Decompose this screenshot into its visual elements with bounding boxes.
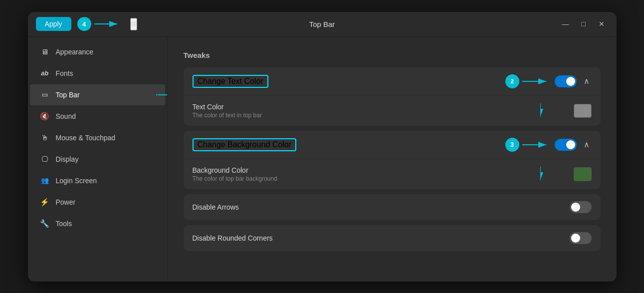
sidebar-item-power-label: Power (56, 198, 76, 206)
sidebar: 🖥 Appearance ab Fonts ▭ Top Bar 1 (28, 37, 168, 282)
text-color-subtitle: The color of text in top bar (193, 112, 262, 119)
disable-arrows-card: Disable Arrows (184, 194, 601, 220)
disable-arrows-label: Disable Arrows (193, 203, 239, 211)
text-color-card: Change Text Color 2 (184, 67, 601, 126)
annotation-2-arrow (522, 76, 550, 86)
sidebar-item-display-label: Display (56, 155, 79, 163)
section-title: Tweaks (184, 51, 601, 59)
change-bg-color-chevron[interactable]: ∧ (582, 140, 592, 149)
change-text-color-toggle[interactable] (555, 75, 577, 87)
disable-arrows-label-group: Disable Arrows (193, 203, 570, 211)
titlebar: Apply 4 ≡ Top Bar — □ ✕ (28, 12, 617, 37)
window-controls: — □ ✕ (559, 17, 609, 31)
bg-color-title: Background Color (193, 166, 277, 174)
tools-icon: 🔧 (40, 219, 50, 229)
mouse-touchpad-icon: 🖱 (40, 133, 50, 143)
sound-icon: 🔇 (40, 111, 50, 121)
bg-color-label-group: Background Color The color of top bar ba… (193, 166, 574, 182)
sidebar-item-top-bar-label: Top Bar (56, 91, 80, 99)
close-button[interactable]: ✕ (595, 17, 609, 31)
change-text-color-label-group: Change Text Color (193, 75, 505, 88)
apply-button[interactable]: Apply (36, 17, 71, 31)
power-icon: ⚡ (40, 197, 50, 207)
annotation-3: 3 (505, 138, 550, 152)
disable-arrows-toggle[interactable] (570, 201, 592, 213)
change-text-color-controls: 2 ∧ (505, 74, 592, 88)
change-text-color-label: Change Text Color (193, 75, 268, 88)
sidebar-item-sound[interactable]: 🔇 Sound (30, 106, 165, 127)
annotation-3-arrow-down (540, 164, 568, 184)
annotation-2-arrow-down (540, 101, 568, 121)
sidebar-item-login-screen-label: Login Screen (56, 177, 97, 185)
text-color-row: Text Color The color of text in top bar (184, 96, 601, 126)
disable-rounded-corners-row: Disable Rounded Corners (184, 225, 601, 251)
bg-color-subtitle: The color of top bar background (193, 175, 277, 182)
maximize-button[interactable]: □ (577, 17, 591, 31)
display-icon: 🖵 (40, 154, 50, 164)
sidebar-item-mouse-touchpad-label: Mouse & Touchpad (56, 134, 116, 142)
app-window: Apply 4 ≡ Top Bar — □ ✕ 🖥 Appearance (28, 12, 617, 282)
minimize-button[interactable]: — (559, 17, 573, 31)
annotation-3-arrow (522, 140, 550, 150)
text-color-swatch[interactable] (574, 104, 592, 118)
change-bg-color-label: Change Background Color (193, 138, 297, 151)
annotation-4-arrow (94, 19, 124, 29)
content-area: Tweaks Change Text Color 2 (168, 37, 617, 282)
change-bg-color-toggle[interactable] (555, 139, 577, 151)
sidebar-item-login-screen[interactable]: 👥 Login Screen (30, 170, 165, 191)
change-bg-color-controls: 3 ∧ (505, 138, 592, 152)
appearance-icon: 🖥 (40, 47, 50, 57)
change-text-color-chevron[interactable]: ∧ (582, 76, 592, 86)
login-screen-icon: 👥 (40, 176, 50, 186)
annotation-2: 2 (505, 74, 550, 88)
bg-color-card: Change Background Color 3 (184, 131, 601, 189)
fonts-icon: ab (40, 68, 50, 78)
sidebar-item-fonts-label: Fonts (56, 69, 73, 77)
text-color-title: Text Color (193, 103, 262, 111)
annotation-1: 1 (156, 88, 168, 102)
sidebar-item-power[interactable]: ⚡ Power (30, 192, 165, 213)
disable-rounded-corners-toggle[interactable] (570, 232, 592, 244)
disable-arrows-controls (570, 201, 592, 213)
text-color-label-group: Text Color The color of text in top bar (193, 103, 574, 119)
hamburger-menu-button[interactable]: ≡ (130, 18, 138, 30)
top-bar-icon: ▭ (40, 90, 50, 100)
sidebar-item-tools-label: Tools (56, 220, 72, 228)
main-layout: 🖥 Appearance ab Fonts ▭ Top Bar 1 (28, 37, 617, 282)
sidebar-item-sound-label: Sound (56, 112, 76, 120)
sidebar-item-tools[interactable]: 🔧 Tools (30, 213, 165, 234)
sidebar-item-appearance[interactable]: 🖥 Appearance (30, 41, 165, 62)
change-bg-color-row: Change Background Color 3 (184, 131, 601, 159)
annotation-1-arrow (156, 90, 168, 100)
change-bg-color-label-group: Change Background Color (193, 138, 505, 151)
bg-color-row: Background Color The color of top bar ba… (184, 159, 601, 189)
sidebar-item-mouse-touchpad[interactable]: 🖱 Mouse & Touchpad (30, 127, 165, 148)
disable-rounded-corners-label-group: Disable Rounded Corners (193, 234, 570, 242)
disable-rounded-corners-controls (570, 232, 592, 244)
disable-arrows-row: Disable Arrows (184, 194, 601, 220)
disable-rounded-corners-card: Disable Rounded Corners (184, 225, 601, 251)
change-text-color-row: Change Text Color 2 (184, 67, 601, 96)
bg-color-swatch-group (574, 167, 592, 181)
titlebar-left: Apply 4 ≡ (36, 17, 176, 31)
text-color-swatch-group (574, 104, 592, 118)
disable-rounded-corners-label: Disable Rounded Corners (193, 234, 273, 242)
bg-color-swatch[interactable] (574, 167, 592, 181)
window-title: Top Bar (309, 20, 335, 28)
sidebar-item-display[interactable]: 🖵 Display (30, 149, 165, 170)
sidebar-item-fonts[interactable]: ab Fonts (30, 63, 165, 84)
sidebar-item-top-bar[interactable]: ▭ Top Bar 1 (30, 84, 165, 105)
sidebar-item-appearance-label: Appearance (56, 48, 94, 56)
annotation-4: 4 (77, 17, 91, 31)
